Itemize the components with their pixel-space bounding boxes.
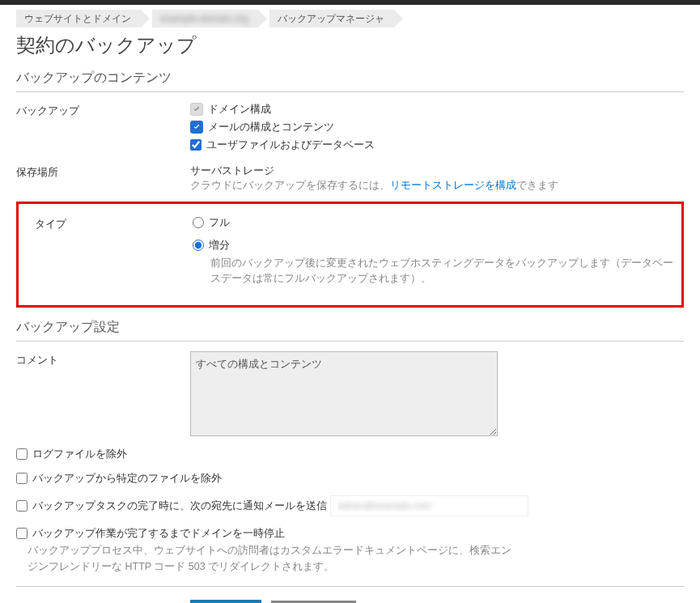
row-comment: コメント — [16, 351, 684, 439]
checkbox-user-files-label: ユーザファイルおよびデータベース — [206, 138, 375, 152]
field-backup: ドメイン構成 メールの構成とコンテンツ ユーザファイルおよびデータベース — [190, 102, 684, 155]
radio-incremental-input[interactable] — [193, 240, 204, 251]
checkbox-user-files[interactable]: ユーザファイルおよびデータベース — [190, 138, 684, 152]
remote-storage-link[interactable]: リモートストレージを構成 — [390, 180, 516, 191]
breadcrumb-item-websites[interactable]: ウェブサイトとドメイン — [16, 10, 141, 28]
label-exclude-logs: ログファイルを除外 — [32, 447, 127, 461]
label-suspend-domain: バックアップ作業が完了するまでドメインを一時停止 — [32, 526, 285, 541]
radio-incremental-label: 増分 — [209, 238, 230, 253]
row-suspend-domain: バックアップ作業が完了するまでドメインを一時停止 バックアッププロセス中、ウェブ… — [16, 526, 684, 575]
top-bar — [0, 0, 700, 5]
incremental-desc: 前回のバックアップ後に変更されたウェブホスティングデータをバックアップします（デ… — [210, 256, 681, 287]
storage-helper-suffix: できます — [516, 180, 558, 191]
storage-helper: クラウドにバックアップを保存するには、リモートストレージを構成できます — [190, 178, 684, 193]
row-notify-email[interactable]: バックアップタスクの完了時に、次の宛先に通知メールを送信 — [16, 495, 684, 516]
radio-incremental[interactable]: 増分 — [193, 238, 681, 253]
checkbox-notify-email[interactable] — [16, 500, 28, 512]
label-exclude-specific: バックアップから特定のファイルを除外 — [32, 471, 222, 486]
checkbox-suspend-domain[interactable] — [16, 528, 28, 539]
section-heading-settings: バックアップ設定 — [16, 319, 684, 342]
checkbox-domain-config-label: ドメイン構成 — [208, 102, 271, 117]
suspend-domain-desc: バックアッププロセス中、ウェブサイトへの訪問者はカスタムエラードキュメントページ… — [28, 542, 513, 575]
row-backup-content: バックアップ ドメイン構成 メールの構成とコンテンツ ユーザファイルおよびデータ… — [16, 102, 684, 155]
checkbox-user-files-box[interactable] — [190, 139, 202, 151]
checkbox-mail-config-label: メールの構成とコンテンツ — [208, 120, 334, 134]
divider — [16, 586, 684, 587]
breadcrumb-item-domain[interactable]: example.domain.org — [152, 10, 258, 28]
checkbox-domain-config: ドメイン構成 — [190, 102, 684, 117]
breadcrumb: ウェブサイトとドメイン example.domain.org バックアップマネー… — [16, 10, 684, 28]
label-backup: バックアップ — [16, 102, 190, 118]
row-exclude-specific[interactable]: バックアップから特定のファイルを除外 — [16, 471, 684, 486]
label-storage: 保存場所 — [16, 163, 190, 180]
checkbox-domain-config-box — [190, 103, 203, 116]
row-type: タイプ フル 増分 前回のバックアップ後に変更されたウェブホスティングデータをバ… — [2, 215, 681, 287]
radio-full-label: フル — [209, 215, 230, 230]
radio-full-input[interactable] — [193, 217, 204, 228]
row-storage: 保存場所 サーバストレージ クラウドにバックアップを保存するには、リモートストレ… — [16, 163, 684, 193]
checkbox-exclude-specific[interactable] — [16, 473, 28, 484]
field-type: フル 増分 前回のバックアップ後に変更されたウェブホスティングデータをバックアッ… — [193, 215, 681, 287]
label-notify-email: バックアップタスクの完了時に、次の宛先に通知メールを送信 — [32, 499, 327, 513]
field-comment — [190, 351, 684, 439]
field-storage: サーバストレージ クラウドにバックアップを保存するには、リモートストレージを構成… — [190, 163, 684, 193]
page-content: ウェブサイトとドメイン example.domain.org バックアップマネー… — [0, 10, 700, 603]
section-heading-content: バックアップのコンテンツ — [16, 70, 684, 92]
label-type: タイプ — [19, 215, 193, 231]
checkbox-exclude-logs[interactable] — [16, 448, 28, 460]
page-title: 契約のバックアップ — [16, 32, 684, 58]
label-comment: コメント — [16, 351, 190, 367]
ok-button[interactable]: OK — [190, 600, 261, 603]
button-row: OK キャンセル — [190, 600, 684, 603]
row-exclude-logs[interactable]: ログファイルを除外 — [16, 447, 684, 461]
storage-value: サーバストレージ — [190, 163, 684, 178]
comment-textarea[interactable] — [190, 351, 498, 436]
breadcrumb-item-backup-manager[interactable]: バックアップマネージャ — [269, 10, 394, 28]
notify-email-input[interactable] — [330, 495, 528, 516]
storage-helper-prefix: クラウドにバックアップを保存するには、 — [190, 180, 390, 191]
checkbox-mail-config[interactable]: メールの構成とコンテンツ — [190, 120, 684, 134]
checkbox-mail-config-box[interactable] — [190, 121, 203, 134]
radio-full[interactable]: フル — [193, 215, 681, 230]
highlighted-section-type: タイプ フル 増分 前回のバックアップ後に変更されたウェブホスティングデータをバ… — [16, 202, 684, 308]
